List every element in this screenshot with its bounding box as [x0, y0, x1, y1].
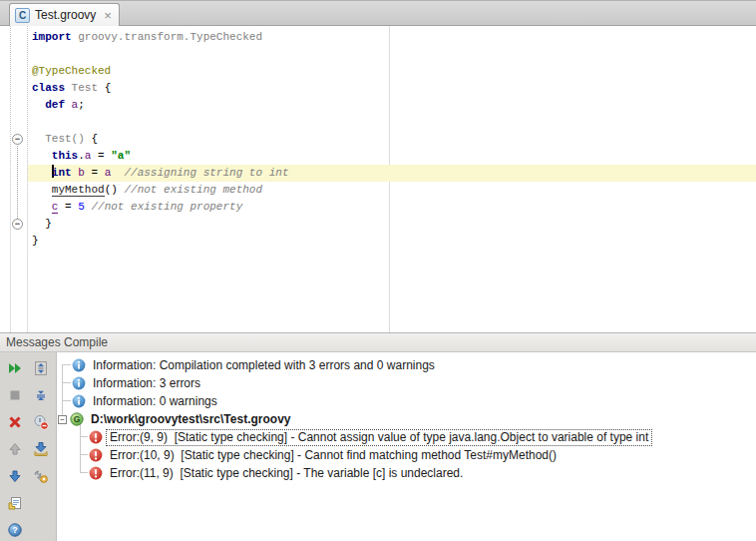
code-token: def	[45, 99, 71, 111]
stop-button[interactable]	[3, 383, 27, 407]
code-token: groovy.transform.TypeChecked	[78, 31, 262, 43]
code-line[interactable]: myMethod() //not existing method	[28, 182, 756, 199]
code-token	[32, 184, 52, 196]
code-line[interactable]: }	[28, 233, 756, 250]
code-line[interactable]: Test() {	[28, 131, 756, 148]
fold-bottom-icon[interactable]: −	[12, 219, 23, 230]
info-icon	[72, 376, 86, 390]
code-token: class	[32, 82, 72, 94]
code-line[interactable]: int b = a //assigning string to int	[28, 165, 756, 182]
code-token: .	[78, 150, 85, 162]
message-text: Information: 0 warnings	[90, 394, 220, 409]
message-text: Information: 3 errors	[90, 376, 203, 391]
code-token: "a"	[111, 150, 131, 162]
code-line[interactable]: import groovy.transform.TypeChecked	[28, 29, 756, 46]
rerun-button[interactable]	[3, 356, 27, 380]
editor-tab-bar: C Test.groovy ×	[0, 0, 756, 26]
svg-text:G: G	[74, 414, 81, 424]
code-token	[32, 99, 45, 111]
tool-window-header[interactable]: Messages Compile	[0, 332, 756, 352]
next-message-button[interactable]	[3, 464, 27, 488]
code-token: =	[85, 167, 105, 179]
code-token: ()	[105, 184, 125, 196]
groovy-icon: G	[70, 412, 84, 426]
messages-tree[interactable]: Information: Compilation completed with …	[57, 352, 756, 541]
code-token	[32, 218, 45, 230]
fold-top-icon[interactable]: −	[12, 134, 23, 145]
message-text: D:\work\groovytest\src\Test.groovy	[88, 412, 294, 427]
error-icon	[89, 448, 103, 462]
panel-toolbar: ?	[0, 352, 57, 541]
tool-window-title: Messages Compile	[6, 335, 108, 349]
help-button[interactable]: ?	[3, 518, 27, 541]
message-row-error[interactable]: Error:(9, 9) [Static type checking] - Ca…	[57, 428, 756, 446]
code-lines: import groovy.transform.TypeChecked @Typ…	[28, 29, 756, 250]
settings-button[interactable]	[29, 464, 53, 488]
editor-gutter: −−	[0, 26, 28, 332]
code-line[interactable]	[28, 46, 756, 63]
info-icon	[72, 358, 86, 372]
code-token: this	[52, 150, 78, 162]
expand-all-button[interactable]	[29, 356, 53, 380]
code-token	[32, 167, 52, 179]
code-token: //not existing property	[91, 201, 242, 213]
close-button[interactable]	[3, 410, 27, 434]
code-token: Test	[72, 82, 105, 94]
code-line[interactable]	[28, 114, 756, 131]
message-row-info[interactable]: Information: Compilation completed with …	[57, 356, 756, 374]
collapse-all-button[interactable]	[29, 383, 53, 407]
tab-title: Test.groovy	[35, 8, 96, 22]
export-button[interactable]	[3, 491, 27, 515]
code-token: import	[32, 31, 78, 43]
editor-tab[interactable]: C Test.groovy ×	[9, 3, 120, 26]
code-token: {	[85, 133, 98, 145]
code-line[interactable]: @TypeChecked	[28, 63, 756, 80]
code-token	[32, 201, 52, 213]
code-line[interactable]: c = 5 //not existing property	[28, 199, 756, 216]
message-text: Information: Compilation completed with …	[90, 358, 438, 373]
code-line[interactable]: }	[28, 216, 756, 233]
code-token: =	[91, 150, 111, 162]
ide-window: C Test.groovy × import groovy.transform.…	[0, 0, 756, 541]
error-icon	[89, 430, 103, 444]
code-token	[32, 150, 52, 162]
gutter-separator	[27, 26, 28, 332]
code-token: //not existing method	[124, 184, 262, 196]
groovy-class-icon: C	[15, 8, 30, 23]
message-row-info[interactable]: Information: 3 errors	[57, 374, 756, 392]
code-token	[32, 133, 45, 145]
message-text: Error:(9, 9) [Static type checking] - Ca…	[107, 430, 651, 445]
gutter-separator	[10, 26, 11, 332]
error-icon	[89, 466, 103, 480]
message-row-file[interactable]: −GD:\work\groovytest\src\Test.groovy	[57, 410, 756, 428]
code-token: {	[105, 82, 112, 94]
toolbar-spacer	[29, 491, 53, 515]
tab-close-icon[interactable]: ×	[104, 9, 112, 22]
info-icon	[72, 394, 86, 408]
code-token: 5	[78, 201, 85, 213]
hide-info-button[interactable]	[29, 410, 53, 434]
message-row-error[interactable]: Error:(10, 9) [Static type checking] - C…	[57, 446, 756, 464]
code-token: int	[52, 167, 78, 179]
code-token: @TypeChecked	[32, 65, 111, 77]
code-token: =	[58, 201, 78, 213]
svg-text:?: ?	[12, 525, 18, 535]
code-token: Test()	[45, 133, 85, 145]
code-line[interactable]: this.a = "a"	[28, 148, 756, 165]
code-editor[interactable]: import groovy.transform.TypeChecked @Typ…	[0, 26, 756, 332]
export-to-text-file-button[interactable]	[29, 437, 53, 461]
previous-message-button[interactable]	[3, 437, 27, 461]
code-line[interactable]: def a;	[28, 97, 756, 114]
code-token: b	[78, 167, 85, 179]
fold-range-line	[17, 146, 18, 219]
code-token: }	[45, 218, 52, 230]
code-token: //assigning string to int	[124, 167, 288, 179]
code-token	[111, 167, 124, 179]
collapse-toggle[interactable]: −	[58, 415, 67, 424]
code-line[interactable]: class Test {	[28, 80, 756, 97]
messages-panel: ? Information: Compilation completed wit…	[0, 352, 756, 541]
code-token: myMethod	[52, 184, 105, 197]
message-row-error[interactable]: Error:(11, 9) [Static type checking] - T…	[57, 464, 756, 482]
message-text: Error:(11, 9) [Static type checking] - T…	[107, 466, 466, 481]
message-row-info[interactable]: Information: 0 warnings	[57, 392, 756, 410]
